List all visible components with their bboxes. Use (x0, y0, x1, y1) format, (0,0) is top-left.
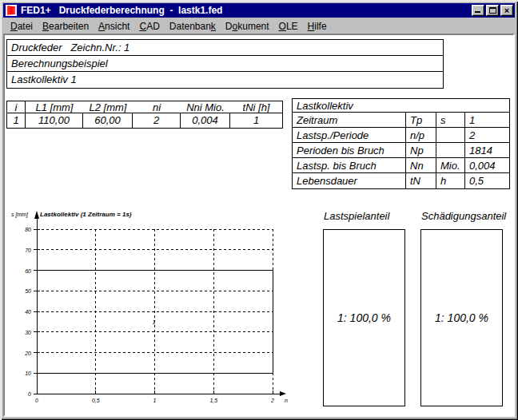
load-cases-table: iL1 [mm]L2 [mm]niNni Mio.tNi [h]1110,006… (6, 101, 283, 129)
load-table-cell: 110,00 (26, 113, 83, 128)
load-table-cell: 2 (133, 113, 181, 128)
y-tick-label: 80 (25, 227, 31, 232)
damage-share-value: 1: 100,0 % (421, 311, 502, 324)
result-row-value: 2 (465, 128, 509, 143)
load-table-header-cell: ni (133, 101, 181, 113)
result-table-row: ZeitraumTps1 (293, 113, 509, 128)
chart-title: Lastkollektiv (1 Zeitraum = 1s) (40, 211, 132, 218)
info-row-collective: Lastkollektiv 1 (7, 72, 443, 88)
y-tick-label: 70 (25, 248, 31, 253)
drawing-info-box: Druckfeder Zeichn.Nr.: 1 Berechnungsbeis… (6, 39, 444, 89)
result-table-title: Lastkollektiv (293, 99, 509, 113)
y-tick-label: 10 (25, 370, 31, 376)
menu-item-datei[interactable]: Datei (6, 19, 38, 34)
y-axis-arrow (34, 211, 39, 219)
result-row-label: Perioden bis Bruch (293, 143, 406, 158)
x-tick-label: 1 (153, 398, 157, 403)
y-tick-label: 30 (25, 330, 31, 335)
y-tick-label: 0 (28, 391, 31, 397)
result-row-label: Lastsp. bis Bruch (293, 158, 406, 173)
result-row-symbol: n/p (406, 128, 436, 143)
y-tick-label: 60 (25, 268, 31, 274)
menu-bar: DateiBearbeitenAnsichtCADDatenbankDokume… (3, 18, 515, 34)
load-table-header-cell: tNi [h] (230, 101, 282, 113)
title-bar: FED1+ Druckfederberechnung - lastk1.fed … (3, 3, 515, 18)
load-collective-result-table: Lastkollektiv ZeitraumTps1Lastsp./Period… (292, 98, 510, 189)
maximize-icon (489, 7, 496, 14)
result-table-row: Lastsp./Perioden/p2 (293, 128, 509, 143)
menu-item-dokument[interactable]: Dokument (221, 19, 274, 34)
x-axis-label: n (285, 398, 288, 403)
y-axis-label: s [mm] (11, 212, 29, 218)
load-table-header-cell: i (7, 101, 26, 113)
minimize-icon (475, 11, 480, 13)
x-tick-label: 0 (35, 398, 38, 403)
result-row-symbol: Tp (406, 113, 436, 128)
result-row-label: Lebensdauer (293, 173, 406, 188)
load-table-header-cell: L2 [mm] (83, 101, 133, 113)
load-table-header-row: iL1 [mm]L2 [mm]niNni Mio.tNi [h] (7, 101, 282, 113)
result-row-symbol: Nn (406, 158, 436, 173)
menu-item-ole[interactable]: OLE (274, 19, 303, 34)
info-row-drawing: Druckfeder Zeichn.Nr.: 1 (7, 40, 443, 56)
load-cycle-share-value: 1: 100,0 % (324, 311, 404, 324)
block-label: 1 (153, 319, 156, 325)
damage-share-panel: 1: 100,0 % (420, 229, 503, 406)
x-tick-label: 0,5 (92, 398, 100, 403)
result-row-symbol: tN (406, 173, 436, 188)
load-table-cell: 0,004 (181, 113, 230, 128)
menu-item-cad[interactable]: CAD (134, 19, 164, 34)
y-tick-label: 20 (24, 351, 31, 356)
maximize-button[interactable] (486, 5, 499, 16)
load-table-cell: 1 (7, 113, 26, 128)
result-table-row: Lastsp. bis BruchNnMio.0,004 (293, 158, 509, 173)
load-table-row: 1110,0060,0020,0041 (7, 113, 282, 128)
app-spring-icon (5, 4, 18, 17)
info-row-description: Berechnungsbeispiel (7, 56, 443, 72)
menu-item-ansicht[interactable]: Ansicht (94, 19, 134, 34)
load-cycle-share-title: Lastspielanteil (324, 210, 389, 222)
minimize-button[interactable] (472, 5, 484, 16)
result-table-row: LebensdauertNh0,5 (293, 173, 509, 188)
load-collective-chart: 00,511,52010203040506070801s [mm]nLastko… (5, 201, 307, 414)
x-axis-arrow (280, 391, 286, 396)
menu-item-datenbank[interactable]: Datenbank (165, 19, 221, 34)
result-row-label: Lastsp./Periode (293, 128, 406, 143)
close-icon: × (504, 6, 509, 15)
result-table-row: Perioden bis BruchNp1814 (293, 143, 509, 158)
menu-item-hilfe[interactable]: Hilfe (303, 19, 332, 34)
load-table-header-cell: L1 [mm] (26, 101, 83, 113)
result-row-unit: h (436, 173, 465, 188)
load-table-cell: 60,00 (83, 113, 133, 128)
damage-share-title: Schädigungsanteil (421, 210, 506, 222)
menu-item-bearbeiten[interactable]: Bearbeiten (38, 19, 94, 34)
y-tick-label: 50 (25, 288, 31, 294)
app-window: FED1+ Druckfederberechnung - lastk1.fed … (0, 0, 518, 420)
load-table-cell: 1 (230, 113, 282, 128)
result-row-unit: s (436, 113, 465, 128)
load-cycle-share-panel: 1: 100,0 % (323, 229, 405, 406)
y-tick-label: 40 (25, 309, 31, 315)
result-row-label: Zeitraum (293, 113, 406, 128)
result-row-value: 0,004 (465, 158, 509, 173)
window-title: FED1+ Druckfederberechnung - lastk1.fed (21, 3, 470, 18)
result-row-unit (436, 128, 465, 143)
load-table-header-cell: Nni Mio. (181, 101, 230, 113)
result-row-unit (436, 143, 465, 158)
result-row-unit: Mio. (436, 158, 465, 173)
result-row-value: 1 (465, 113, 509, 128)
close-button[interactable]: × (500, 5, 513, 16)
x-tick-label: 2 (270, 398, 274, 403)
result-row-value: 0,5 (465, 173, 509, 188)
result-row-value: 1814 (465, 143, 509, 158)
client-area: Druckfeder Zeichn.Nr.: 1 Berechnungsbeis… (3, 34, 515, 417)
result-row-symbol: Np (406, 143, 436, 158)
x-tick-label: 1,5 (209, 398, 217, 403)
result-table-rows: ZeitraumTps1Lastsp./Perioden/p2Perioden … (293, 113, 509, 188)
